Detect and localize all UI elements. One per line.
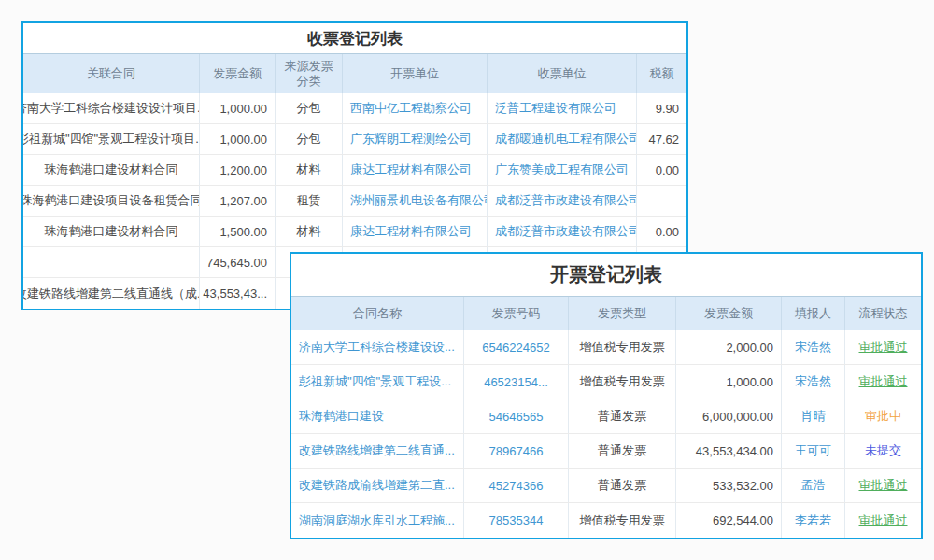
source-category-cell: 材料 <box>276 155 343 185</box>
status-link[interactable]: 审批通过 <box>859 373 908 390</box>
filler-link[interactable]: 孟浩 <box>782 469 845 502</box>
related-contract-cell: 珠海鹤港口建设材料合同 <box>23 155 200 185</box>
filler-link[interactable]: 王可可 <box>782 434 845 468</box>
col-header-receiver: 收票单位 <box>488 54 637 93</box>
invoice-amount-cell: 2,000.00 <box>676 330 782 364</box>
contract-name-link[interactable]: 湖南洞庭湖水库引水工程施... <box>291 503 464 538</box>
table-row: 湖南洞庭湖水库引水工程施... 78535344 增值税专用发票 692,544… <box>291 503 921 538</box>
tax-cell: 0.00 <box>637 155 686 185</box>
filler-link[interactable]: 肖晴 <box>782 399 845 433</box>
filler-link[interactable]: 宋浩然 <box>782 365 845 399</box>
receiver-link[interactable]: 泛普工程建设有限公司 <box>488 93 637 123</box>
status-cell: 未提交 <box>845 434 921 468</box>
contract-name-link[interactable]: 彭祖新城"四馆"景观工程设... <box>291 365 464 399</box>
source-category-cell: 租赁 <box>276 186 343 216</box>
invoice-type-cell: 普通发票 <box>569 434 676 468</box>
invoice-type-cell: 增值税专用发票 <box>569 503 676 538</box>
invoice-number-link[interactable]: 54646565 <box>464 399 569 433</box>
invoice-amount-cell: 43,553,43... <box>200 278 276 309</box>
col-header-invoice-type: 发票类型 <box>569 297 676 330</box>
issuer-link[interactable]: 湖州丽景机电设备有限公司 <box>343 186 488 216</box>
source-category-cell: 分包 <box>276 124 343 154</box>
table-row: 珠海鹤港口建设项目设备租赁合同 1,207.00 租赁 湖州丽景机电设备有限公司… <box>23 186 686 217</box>
invoice-table-title: 开票登记列表 <box>291 254 921 297</box>
invoice-type-cell: 普通发票 <box>569 469 676 502</box>
related-contract-cell: 济南大学工科综合楼建设设计项目... <box>23 93 200 123</box>
invoice-amount-cell: 692,544.00 <box>676 503 782 538</box>
filler-link[interactable]: 李若若 <box>782 503 845 538</box>
related-contract-cell: 彭祖新城"四馆"景观工程设计项目... <box>23 124 200 154</box>
col-header-contract-name: 合同名称 <box>291 297 464 330</box>
related-contract-cell: 改建铁路线增建第二线直通线（成... <box>23 278 200 309</box>
invoice-amount-cell: 1,000.00 <box>200 93 276 123</box>
filler-link[interactable]: 宋浩然 <box>782 330 845 364</box>
receipt-table-title: 收票登记列表 <box>23 23 686 54</box>
col-header-tax: 税额 <box>637 54 686 93</box>
invoice-amount-cell: 1,000.00 <box>200 124 276 154</box>
status-link[interactable]: 审批通过 <box>859 512 908 529</box>
col-header-process-status: 流程状态 <box>845 297 921 330</box>
invoice-number-link[interactable]: 78535344 <box>464 503 569 538</box>
tax-cell: 0.00 <box>637 217 686 246</box>
related-contract-cell <box>23 247 200 277</box>
invoice-amount-cell: 6,000,000.00 <box>676 399 782 433</box>
table-row: 改建铁路线增建第二线直通... 78967466 普通发票 43,553,434… <box>291 434 921 469</box>
col-header-invoice-amount: 发票金额 <box>200 54 276 93</box>
tax-cell: 47.62 <box>637 124 686 154</box>
col-header-source-category: 来源发票分类 <box>276 54 343 93</box>
status-cell: 审批通过 <box>845 365 921 399</box>
table-row: 济南大学工科综合楼建设设计项目... 1,000.00 分包 西南中亿工程勘察公… <box>23 93 686 124</box>
invoice-number-link[interactable]: 78967466 <box>464 434 569 468</box>
status-cell: 审批通过 <box>845 330 921 364</box>
invoice-amount-cell: 745,645.00 <box>200 247 276 277</box>
table-row: 珠海鹤港口建设材料合同 1,200.00 材料 康达工程材料有限公司 广东赞美成… <box>23 155 686 186</box>
receiver-link[interactable]: 成都泛普市政建设有限公司 <box>488 186 637 216</box>
status-cell: 审批通过 <box>845 503 921 538</box>
invoice-table-body: 济南大学工科综合楼建设设... 6546224652 增值税专用发票 2,000… <box>291 330 921 538</box>
status-link[interactable]: 未提交 <box>865 442 901 459</box>
issuer-link[interactable]: 广东辉朗工程测绘公司 <box>343 124 488 154</box>
invoice-registration-table: 开票登记列表 合同名称 发票号码 发票类型 发票金额 填报人 流程状态 济南大学… <box>290 252 923 539</box>
receipt-table-header: 关联合同 发票金额 来源发票分类 开票单位 收票单位 税额 <box>23 54 686 93</box>
table-row: 珠海鹤港口建设材料合同 1,500.00 材料 康达工程材料有限公司 成都泛普市… <box>23 217 686 247</box>
receiver-link[interactable]: 成都暖通机电工程有限公司 <box>488 124 637 154</box>
status-cell: 审批通过 <box>845 469 921 502</box>
status-link[interactable]: 审批通过 <box>859 477 908 494</box>
issuer-link[interactable]: 康达工程材料有限公司 <box>343 155 488 185</box>
receiver-link[interactable]: 成都泛普市政建设有限公司 <box>488 217 637 246</box>
status-link[interactable]: 审批通过 <box>859 339 908 356</box>
invoice-amount-cell: 1,207.00 <box>200 186 276 216</box>
contract-name-link[interactable]: 珠海鹤港口建设 <box>291 399 464 433</box>
table-row: 济南大学工科综合楼建设设... 6546224652 增值税专用发票 2,000… <box>291 330 921 365</box>
col-header-issuer: 开票单位 <box>343 54 488 93</box>
table-row: 珠海鹤港口建设 54646565 普通发票 6,000,000.00 肖晴 审批… <box>291 399 921 434</box>
issuer-link[interactable]: 西南中亿工程勘察公司 <box>343 93 488 123</box>
contract-name-link[interactable]: 改建铁路成渝线增建第二直... <box>291 469 464 502</box>
tax-cell: 9.90 <box>637 93 686 123</box>
table-row: 改建铁路成渝线增建第二直... 45274366 普通发票 533,532.00… <box>291 469 921 503</box>
invoice-amount-cell: 1,200.00 <box>200 155 276 185</box>
invoice-type-cell: 增值税专用发票 <box>569 365 676 399</box>
invoice-number-link[interactable]: 45274366 <box>464 469 569 502</box>
table-row: 彭祖新城"四馆"景观工程设... 46523154... 增值税专用发票 1,0… <box>291 365 921 399</box>
invoice-amount-cell: 1,500.00 <box>200 217 276 246</box>
contract-name-link[interactable]: 改建铁路线增建第二线直通... <box>291 434 464 468</box>
col-header-filler: 填报人 <box>782 297 845 330</box>
status-cell: 审批中 <box>845 399 921 433</box>
invoice-type-cell: 普通发票 <box>569 399 676 433</box>
status-link[interactable]: 审批中 <box>865 408 901 425</box>
col-header-invoice-amount: 发票金额 <box>676 297 782 330</box>
issuer-link[interactable]: 康达工程材料有限公司 <box>343 217 488 246</box>
receiver-link[interactable]: 广东赞美成工程有限公司 <box>488 155 637 185</box>
invoice-amount-cell: 533,532.00 <box>676 469 782 502</box>
related-contract-cell: 珠海鹤港口建设材料合同 <box>23 217 200 246</box>
source-category-cell: 材料 <box>276 217 343 246</box>
invoice-amount-cell: 1,000.00 <box>676 365 782 399</box>
tax-cell <box>637 186 686 216</box>
source-category-cell: 分包 <box>276 93 343 123</box>
contract-name-link[interactable]: 济南大学工科综合楼建设设... <box>291 330 464 364</box>
invoice-table-header: 合同名称 发票号码 发票类型 发票金额 填报人 流程状态 <box>291 297 921 330</box>
table-row: 彭祖新城"四馆"景观工程设计项目... 1,000.00 分包 广东辉朗工程测绘… <box>23 124 686 155</box>
invoice-number-link[interactable]: 46523154... <box>464 365 569 399</box>
invoice-number-link[interactable]: 6546224652 <box>464 330 569 364</box>
